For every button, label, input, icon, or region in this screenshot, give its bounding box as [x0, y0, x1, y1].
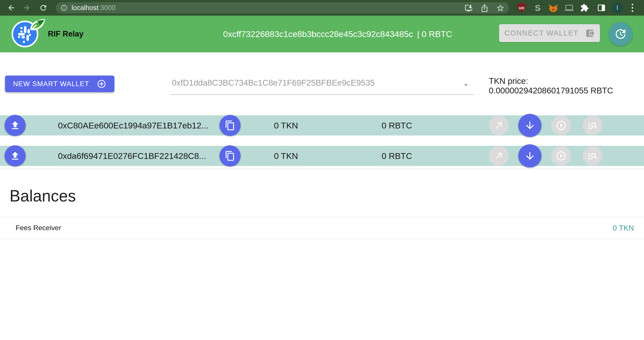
browser-chrome: localhost:3000 UO S I	[0, 0, 644, 16]
execute-button[interactable]	[551, 116, 571, 135]
search-logs-icon	[587, 150, 598, 161]
execute-button[interactable]	[551, 146, 571, 166]
metamask-extension-icon[interactable]	[549, 3, 558, 13]
fees-receiver-row: Fees Receiver 0 TKN	[0, 217, 644, 239]
add-circle-icon	[97, 79, 106, 89]
smart-wallet-row: 0xC80AEe600Ec1994a97E1B17eb12... 0 TKN 0…	[0, 115, 644, 135]
url-port: :3000	[99, 4, 116, 12]
fees-receiver-label: Fees Receiver	[16, 217, 61, 239]
play-circle-icon	[556, 120, 567, 131]
relay-worker-address: 0xfD1dda8C3BC734Bc1C8e71F69F25BFBEe9cE95…	[172, 78, 375, 88]
tkn-balance: 0 TKN	[261, 115, 311, 135]
bookmark-star-icon[interactable]	[496, 4, 505, 12]
copy-address-button[interactable]	[219, 115, 241, 136]
arrow-down-icon	[524, 120, 536, 131]
tkn-balance: 0 TKN	[261, 146, 311, 166]
account-address: 0xcff73226883c1ce8b3bccc28e45c3c92c84348…	[223, 29, 413, 39]
url-text: localhost:3000	[72, 4, 115, 12]
site-info-icon[interactable]	[60, 4, 68, 11]
new-smart-wallet-button[interactable]: NEW SMART WALLET	[5, 76, 114, 92]
profile-avatar[interactable]: I	[612, 2, 623, 13]
screencast-laptop-icon[interactable]	[565, 3, 574, 12]
install-app-icon[interactable]	[464, 4, 473, 12]
search-logs-icon	[587, 120, 598, 131]
fees-divider-bottom	[0, 239, 644, 239]
browser-forward-icon[interactable]	[22, 4, 31, 12]
copy-address-button[interactable]	[219, 145, 241, 166]
tkn-price: TKN price: 0.00000294208601791055 RBTC	[489, 76, 640, 95]
upload-icon	[10, 120, 21, 131]
deposit-button[interactable]	[5, 115, 26, 136]
rbtc-balance: 0 RBTC	[369, 146, 425, 166]
inspect-button[interactable]	[583, 146, 602, 166]
smart-wallet-address: 0xC80AEe600Ec1994a97E1B17eb12...	[58, 115, 208, 135]
chevron-down-icon	[462, 81, 470, 89]
arrow-down-icon	[524, 150, 536, 162]
app-title: RIF Relay	[48, 16, 83, 52]
receive-button[interactable]	[518, 114, 541, 137]
rif-relay-logo	[10, 19, 43, 49]
call-made-icon	[494, 120, 504, 130]
tkn-price-value: 0.00000294208601791055 RBTC	[489, 86, 640, 95]
leaf-icon	[30, 18, 46, 32]
smart-wallet-address: 0xda6f69471E0276FC1BF221428C8...	[58, 146, 206, 166]
copy-icon	[225, 151, 235, 161]
extensions-puzzle-icon[interactable]	[580, 4, 589, 12]
refresh-button[interactable]	[609, 22, 632, 46]
transfer-button[interactable]	[489, 146, 509, 166]
fees-receiver-value: 0 TKN	[613, 217, 634, 239]
app-header: RIF Relay 0xcff73226883c1ce8b3bccc28e45c…	[0, 16, 644, 52]
side-panel-icon[interactable]	[597, 4, 606, 12]
relay-worker-select[interactable]: 0xfD1dda8C3BC734Bc1C8e71F69F25BFBEe9cE95…	[171, 76, 474, 95]
rows-divider	[0, 169, 644, 169]
share-icon[interactable]	[480, 4, 489, 12]
wallet-icon	[585, 28, 595, 38]
play-circle-icon	[556, 150, 567, 161]
upload-icon	[10, 150, 21, 161]
smart-wallet-row: 0xda6f69471E0276FC1BF221428C8... 0 TKN 0…	[0, 146, 644, 166]
account-balance: | 0 RBTC	[417, 29, 452, 39]
connect-wallet-button[interactable]: CONNECT WALLET	[499, 24, 600, 42]
page: localhost:3000 UO S I	[0, 0, 644, 340]
vpn-extension-icon[interactable]: S	[533, 3, 542, 13]
account-summary: 0xcff73226883c1ce8b3bccc28e45c3c92c84348…	[202, 16, 474, 52]
ublock-extension-icon[interactable]: UO	[517, 3, 526, 13]
deposit-button[interactable]	[5, 145, 26, 166]
inspect-button[interactable]	[583, 116, 602, 135]
browser-menu-icon[interactable]	[631, 4, 633, 12]
url-bar[interactable]: localhost:3000	[56, 2, 509, 13]
browser-back-icon[interactable]	[7, 4, 16, 12]
call-made-icon	[494, 151, 504, 161]
refresh-history-icon	[614, 27, 627, 41]
balances-title: Balances	[10, 187, 76, 205]
copy-icon	[225, 120, 235, 131]
receive-button[interactable]	[518, 144, 541, 167]
transfer-button[interactable]	[489, 116, 509, 135]
tkn-price-label: TKN price:	[489, 76, 640, 86]
reload-icon[interactable]	[39, 4, 48, 12]
rbtc-balance: 0 RBTC	[369, 115, 425, 135]
url-host: localhost	[72, 4, 99, 12]
